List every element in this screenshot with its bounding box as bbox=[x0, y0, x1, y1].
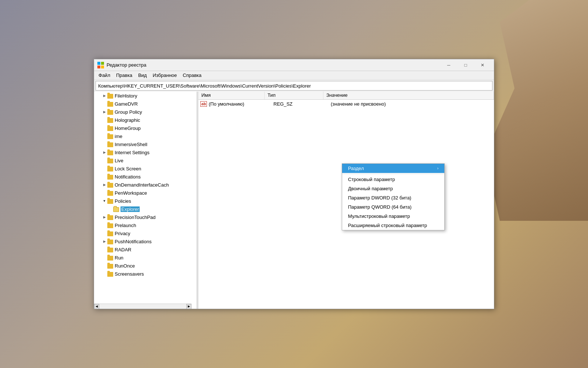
menu-edit[interactable]: Правка bbox=[113, 72, 135, 79]
folder-icon bbox=[107, 263, 113, 269]
svg-rect-2 bbox=[97, 66, 100, 68]
tree-item-ondemand[interactable]: ▶ OnDemandInterfaceCach bbox=[94, 181, 197, 189]
submenu-arrow: › bbox=[437, 166, 438, 170]
registry-row-default[interactable]: ab (По умолчанию) REG_SZ (значение не пр… bbox=[198, 100, 494, 108]
tree-label: Policies bbox=[115, 198, 131, 204]
folder-icon bbox=[107, 101, 113, 107]
tree-item-penworkspace[interactable]: ▶ PenWorkspace bbox=[94, 189, 197, 197]
tree-item-lockscreen[interactable]: ▶ Lock Screen bbox=[94, 164, 197, 173]
folder-icon bbox=[107, 133, 113, 139]
tree-item-filehistory[interactable]: ▶ FileHistory bbox=[94, 92, 197, 100]
ctx-expand-label: Расширяемый строковый параметр bbox=[348, 223, 427, 228]
expand-arrow: ▶ bbox=[101, 109, 107, 115]
tree-item-runonce[interactable]: ▶ RunOnce bbox=[94, 262, 197, 270]
tree-item-explorer[interactable]: ▶ Explorer bbox=[94, 205, 197, 213]
tree-item-run[interactable]: ▶ Run bbox=[94, 254, 197, 262]
address-bar[interactable]: Компьютер\HKEY_CURRENT_USER\Software\Mic… bbox=[96, 81, 492, 91]
tree-label: Group Policy bbox=[115, 109, 142, 115]
tree-label: GameDVR bbox=[115, 101, 138, 107]
tree-item-precisiontouchpad[interactable]: ▶ PrecisionTouchPad bbox=[94, 213, 197, 221]
ctx-item-string[interactable]: Строковый параметр bbox=[342, 175, 444, 184]
ctx-item-binary[interactable]: Двоичный параметр bbox=[342, 184, 444, 193]
tree-label: PenWorkspace bbox=[115, 190, 147, 196]
ctx-item-expand[interactable]: Расширяемый строковый параметр bbox=[342, 221, 444, 230]
window-title: Редактор реестра bbox=[107, 62, 440, 68]
folder-icon bbox=[107, 238, 113, 244]
expand-arrow: ▶ bbox=[101, 182, 107, 188]
context-menu: Раздел › Строковый параметр Двоичный пар… bbox=[342, 163, 445, 230]
tree-item-grouppolicy[interactable]: ▶ Group Policy bbox=[94, 108, 197, 116]
tree-label: Holographic bbox=[115, 117, 140, 123]
ctx-item-multi[interactable]: Мультистроковый параметр bbox=[342, 212, 444, 221]
expand-arrow: ▼ bbox=[101, 198, 107, 204]
h-scroll-track bbox=[99, 304, 186, 309]
folder-icon bbox=[107, 141, 113, 147]
tree-label: Screensavers bbox=[115, 271, 144, 277]
tree-item-policies[interactable]: ▼ Policies bbox=[94, 197, 197, 205]
scroll-right-btn[interactable]: ▶ bbox=[186, 304, 191, 309]
reg-entry-type: REG_SZ bbox=[273, 101, 331, 107]
tree-panel[interactable]: ▶ FileHistory ▶ GameDVR ▶ Group Policy ▶… bbox=[94, 92, 197, 309]
tree-item-gamedvr[interactable]: ▶ GameDVR bbox=[94, 100, 197, 108]
tree-item-prelaunch[interactable]: ▶ Prelaunch bbox=[94, 221, 197, 229]
app-icon bbox=[97, 61, 104, 69]
tree-label: Live bbox=[115, 158, 123, 163]
menu-file[interactable]: Файл bbox=[96, 72, 113, 79]
folder-icon bbox=[107, 214, 113, 220]
expand-arrow: ▶ bbox=[101, 214, 107, 220]
ctx-binary-label: Двоичный параметр bbox=[348, 186, 393, 191]
tree-label: FileHistory bbox=[115, 93, 137, 99]
folder-icon bbox=[107, 109, 113, 115]
folder-icon bbox=[107, 93, 113, 99]
expand-arrow: ▶ bbox=[101, 93, 107, 99]
menu-help[interactable]: Справка bbox=[180, 72, 204, 79]
tree-item-notifications[interactable]: ▶ Notifications bbox=[94, 173, 197, 181]
ctx-item-create[interactable]: Раздел › bbox=[342, 164, 444, 173]
tree-item-internetsettings[interactable]: ▶ Internet Settings bbox=[94, 148, 197, 156]
svg-rect-0 bbox=[97, 62, 100, 65]
col-header-name[interactable]: Имя bbox=[198, 92, 265, 99]
close-button[interactable]: ✕ bbox=[474, 59, 491, 71]
reg-entry-value: (значение не присвоено) bbox=[331, 101, 492, 107]
tree-item-pushnotifications[interactable]: ▶ PushNotifications bbox=[94, 237, 197, 245]
tree-item-screensavers[interactable]: ▶ Screensavers bbox=[94, 270, 197, 278]
minimize-button[interactable]: ─ bbox=[440, 59, 457, 71]
tree-item-privacy[interactable]: ▶ Privacy bbox=[94, 229, 197, 237]
window-controls: ─ □ ✕ bbox=[440, 59, 491, 71]
reg-entry-icon: ab bbox=[200, 101, 207, 107]
col-header-value[interactable]: Значение bbox=[323, 92, 494, 99]
right-panel: Имя Тип Значение ab (По умолчанию) REG_S… bbox=[198, 92, 494, 309]
folder-icon bbox=[107, 255, 113, 261]
tree-item-radar[interactable]: ▶ RADAR bbox=[94, 245, 197, 254]
tree-item-homegroup[interactable]: ▶ HomeGroup bbox=[94, 124, 197, 132]
folder-icon bbox=[107, 182, 113, 188]
svg-rect-3 bbox=[101, 66, 104, 68]
ctx-item-dword[interactable]: Параметр DWORD (32 бита) bbox=[342, 193, 444, 202]
folder-icon bbox=[107, 190, 113, 196]
tree-item-live[interactable]: ▶ Live bbox=[94, 156, 197, 164]
expand-arrow: ▶ bbox=[101, 238, 107, 244]
column-headers: Имя Тип Значение bbox=[198, 92, 494, 100]
col-header-type[interactable]: Тип bbox=[265, 92, 323, 99]
tree-item-holographic[interactable]: ▶ Holographic bbox=[94, 116, 197, 124]
tree-label: Explorer bbox=[121, 206, 140, 212]
scroll-left-btn[interactable]: ◀ bbox=[94, 304, 99, 309]
folder-icon bbox=[113, 206, 119, 212]
folder-icon bbox=[107, 158, 113, 163]
ctx-item-qword[interactable]: Параметр QWORD (64 бита) bbox=[342, 202, 444, 212]
menu-view[interactable]: Вид bbox=[135, 72, 150, 79]
h-scrollbar[interactable]: ◀ ▶ bbox=[94, 304, 191, 309]
tree-label: ime bbox=[115, 134, 122, 139]
context-menu-container: Раздел › Строковый параметр Двоичный пар… bbox=[342, 163, 445, 230]
tree-item-immersiveshell[interactable]: ▶ ImmersiveShell bbox=[94, 140, 197, 148]
tree-label: Prelaunch bbox=[115, 223, 136, 228]
main-content: ▶ FileHistory ▶ GameDVR ▶ Group Policy ▶… bbox=[94, 92, 494, 309]
maximize-button[interactable]: □ bbox=[457, 59, 474, 71]
tree-item-ime[interactable]: ▶ ime bbox=[94, 132, 197, 140]
address-path: Компьютер\HKEY_CURRENT_USER\Software\Mic… bbox=[98, 83, 311, 89]
ctx-string-label: Строковый параметр bbox=[348, 177, 395, 182]
menu-favorites[interactable]: Избранное bbox=[150, 72, 180, 79]
tree-label: HomeGroup bbox=[115, 125, 141, 131]
tree-label: RADAR bbox=[115, 247, 132, 252]
registry-editor-window: Редактор реестра ─ □ ✕ Файл Правка Вид И… bbox=[94, 59, 494, 309]
